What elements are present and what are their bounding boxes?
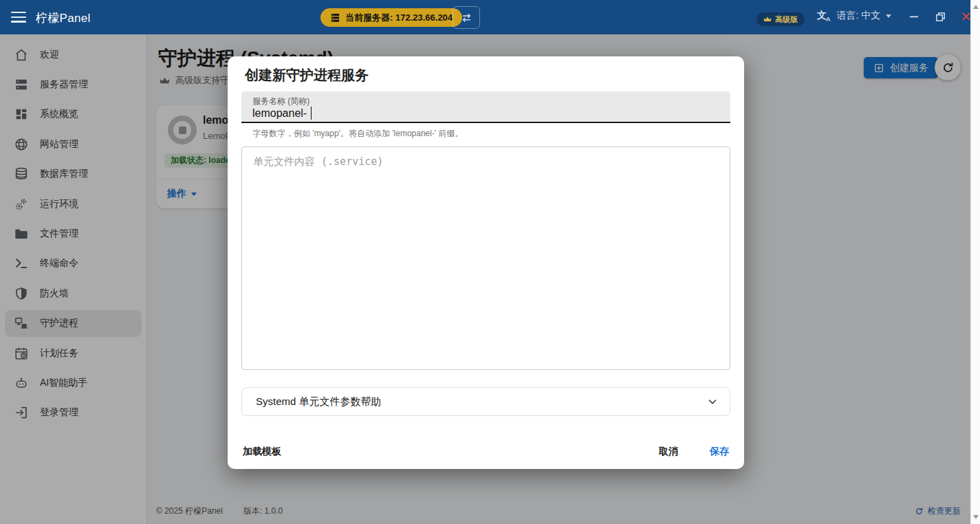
- titlebar: 柠檬Panel 当前服务器: 172.23.66.204 高级版: [0, 0, 970, 34]
- load-template-button[interactable]: 加载模板: [237, 440, 287, 463]
- minimize-button[interactable]: [906, 9, 922, 24]
- menu-icon[interactable]: [11, 12, 26, 23]
- window-scrollbar[interactable]: [970, 0, 980, 524]
- maximize-restore-button[interactable]: [933, 9, 948, 24]
- scroll-down-arrow-icon[interactable]: [973, 515, 979, 519]
- scroll-up-arrow-icon[interactable]: [973, 5, 979, 9]
- create-service-dialog: 创建新守护进程服务 服务名称 (简称) lemopanel- 字母数字，例如 '…: [228, 56, 744, 469]
- systemd-help-expansion-panel[interactable]: Systemd 单元文件参数帮助: [241, 387, 730, 416]
- dialog-actions: 加载模板 取消 保存: [228, 439, 744, 469]
- save-button[interactable]: 保存: [704, 440, 734, 463]
- switch-server-button[interactable]: [453, 6, 480, 29]
- unit-file-textarea[interactable]: 单元文件内容 (.service): [241, 146, 730, 370]
- premium-badge-label: 高级版: [775, 14, 798, 25]
- chevron-down-icon: [886, 14, 891, 18]
- unit-file-placeholder: 单元文件内容 (.service): [253, 155, 383, 168]
- chevron-down-icon: [706, 395, 719, 408]
- service-name-input[interactable]: 服务名称 (简称) lemopanel-: [241, 91, 730, 123]
- cancel-button[interactable]: 取消: [653, 440, 684, 463]
- service-name-input-label: 服务名称 (简称): [252, 96, 309, 107]
- crown-icon: [763, 15, 772, 23]
- window-controls: [906, 9, 974, 24]
- app-title: 柠檬Panel: [36, 10, 91, 26]
- premium-badge: 高级版: [756, 12, 805, 26]
- systemd-help-label: Systemd 单元文件参数帮助: [256, 395, 382, 408]
- translate-icon: 文A: [817, 10, 831, 22]
- service-name-helper-text: 字母数字，例如 'myapp'。将自动添加 'lemopanel-' 前缀。: [252, 128, 464, 140]
- text-cursor: [311, 107, 312, 120]
- server-icon: [330, 12, 340, 23]
- current-server-label: 当前服务器: 172.23.66.204: [345, 12, 453, 24]
- language-selector[interactable]: 文A 语言: 中文: [817, 10, 891, 22]
- dialog-title: 创建新守护进程服务: [245, 66, 369, 85]
- current-server-chip[interactable]: 当前服务器: 172.23.66.204: [320, 8, 462, 27]
- swap-horizontal-icon: [460, 11, 473, 24]
- language-label: 语言: 中文: [837, 10, 881, 22]
- service-name-input-value: lemopanel-: [252, 107, 310, 120]
- app-window: 柠檬Panel 当前服务器: 172.23.66.204 高级版: [0, 0, 980, 524]
